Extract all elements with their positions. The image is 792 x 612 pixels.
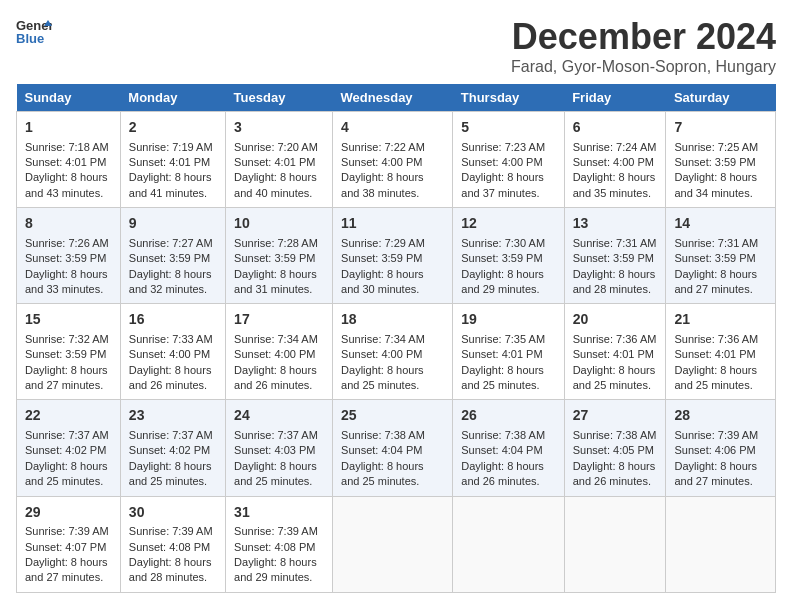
day-number: 4 [341, 118, 444, 138]
table-row: 2 Sunrise: 7:19 AM Sunset: 4:01 PM Dayli… [120, 112, 225, 208]
table-row: 18 Sunrise: 7:34 AM Sunset: 4:00 PM Dayl… [333, 304, 453, 400]
daylight-hours: Daylight: 8 hours and 28 minutes. [129, 556, 212, 583]
sunrise-time: Sunrise: 7:31 AM [674, 237, 758, 249]
table-row: 12 Sunrise: 7:30 AM Sunset: 3:59 PM Dayl… [453, 208, 564, 304]
daylight-hours: Daylight: 8 hours and 35 minutes. [573, 171, 656, 198]
col-monday: Monday [120, 84, 225, 112]
sunrise-time: Sunrise: 7:18 AM [25, 141, 109, 153]
sunset-time: Sunset: 3:59 PM [461, 252, 542, 264]
calendar-body: 1 Sunrise: 7:18 AM Sunset: 4:01 PM Dayli… [17, 112, 776, 593]
day-number: 16 [129, 310, 217, 330]
sunset-time: Sunset: 4:07 PM [25, 541, 106, 553]
daylight-hours: Daylight: 8 hours and 40 minutes. [234, 171, 317, 198]
daylight-hours: Daylight: 8 hours and 29 minutes. [234, 556, 317, 583]
sunset-time: Sunset: 4:00 PM [341, 348, 422, 360]
table-row: 6 Sunrise: 7:24 AM Sunset: 4:00 PM Dayli… [564, 112, 666, 208]
table-row: 13 Sunrise: 7:31 AM Sunset: 3:59 PM Dayl… [564, 208, 666, 304]
table-row: 21 Sunrise: 7:36 AM Sunset: 4:01 PM Dayl… [666, 304, 776, 400]
daylight-hours: Daylight: 8 hours and 25 minutes. [129, 460, 212, 487]
table-row [564, 496, 666, 592]
sunset-time: Sunset: 4:04 PM [461, 444, 542, 456]
table-row: 30 Sunrise: 7:39 AM Sunset: 4:08 PM Dayl… [120, 496, 225, 592]
daylight-hours: Daylight: 8 hours and 27 minutes. [674, 268, 757, 295]
day-number: 20 [573, 310, 658, 330]
title-section: December 2024 Farad, Gyor-Moson-Sopron, … [511, 16, 776, 76]
table-row: 19 Sunrise: 7:35 AM Sunset: 4:01 PM Dayl… [453, 304, 564, 400]
sunrise-time: Sunrise: 7:34 AM [234, 333, 318, 345]
sunset-time: Sunset: 4:08 PM [234, 541, 315, 553]
logo-icon: General Blue [16, 16, 52, 46]
sunset-time: Sunset: 4:01 PM [461, 348, 542, 360]
page-title: December 2024 [511, 16, 776, 58]
daylight-hours: Daylight: 8 hours and 25 minutes. [573, 364, 656, 391]
day-number: 29 [25, 503, 112, 523]
table-row: 17 Sunrise: 7:34 AM Sunset: 4:00 PM Dayl… [226, 304, 333, 400]
sunrise-time: Sunrise: 7:38 AM [573, 429, 657, 441]
daylight-hours: Daylight: 8 hours and 37 minutes. [461, 171, 544, 198]
sunset-time: Sunset: 4:01 PM [573, 348, 654, 360]
sunrise-time: Sunrise: 7:34 AM [341, 333, 425, 345]
sunrise-time: Sunrise: 7:28 AM [234, 237, 318, 249]
sunset-time: Sunset: 4:05 PM [573, 444, 654, 456]
sunrise-time: Sunrise: 7:22 AM [341, 141, 425, 153]
table-row: 8 Sunrise: 7:26 AM Sunset: 3:59 PM Dayli… [17, 208, 121, 304]
day-number: 2 [129, 118, 217, 138]
sunset-time: Sunset: 3:59 PM [674, 156, 755, 168]
day-number: 6 [573, 118, 658, 138]
table-row: 22 Sunrise: 7:37 AM Sunset: 4:02 PM Dayl… [17, 400, 121, 496]
sunset-time: Sunset: 3:59 PM [129, 252, 210, 264]
sunset-time: Sunset: 3:59 PM [25, 348, 106, 360]
daylight-hours: Daylight: 8 hours and 25 minutes. [341, 364, 424, 391]
sunset-time: Sunset: 3:59 PM [25, 252, 106, 264]
sunrise-time: Sunrise: 7:39 AM [674, 429, 758, 441]
sunrise-time: Sunrise: 7:23 AM [461, 141, 545, 153]
table-row: 11 Sunrise: 7:29 AM Sunset: 3:59 PM Dayl… [333, 208, 453, 304]
sunset-time: Sunset: 3:59 PM [341, 252, 422, 264]
table-row: 9 Sunrise: 7:27 AM Sunset: 3:59 PM Dayli… [120, 208, 225, 304]
col-wednesday: Wednesday [333, 84, 453, 112]
daylight-hours: Daylight: 8 hours and 25 minutes. [674, 364, 757, 391]
day-number: 30 [129, 503, 217, 523]
sunrise-time: Sunrise: 7:29 AM [341, 237, 425, 249]
sunrise-time: Sunrise: 7:25 AM [674, 141, 758, 153]
sunset-time: Sunset: 3:59 PM [674, 252, 755, 264]
day-number: 21 [674, 310, 767, 330]
daylight-hours: Daylight: 8 hours and 34 minutes. [674, 171, 757, 198]
col-saturday: Saturday [666, 84, 776, 112]
daylight-hours: Daylight: 8 hours and 31 minutes. [234, 268, 317, 295]
day-number: 17 [234, 310, 324, 330]
day-number: 15 [25, 310, 112, 330]
table-row: 29 Sunrise: 7:39 AM Sunset: 4:07 PM Dayl… [17, 496, 121, 592]
table-row: 26 Sunrise: 7:38 AM Sunset: 4:04 PM Dayl… [453, 400, 564, 496]
sunrise-time: Sunrise: 7:19 AM [129, 141, 213, 153]
calendar-table: Sunday Monday Tuesday Wednesday Thursday… [16, 84, 776, 593]
table-row: 24 Sunrise: 7:37 AM Sunset: 4:03 PM Dayl… [226, 400, 333, 496]
sunrise-time: Sunrise: 7:36 AM [573, 333, 657, 345]
day-number: 5 [461, 118, 555, 138]
sunset-time: Sunset: 3:59 PM [234, 252, 315, 264]
sunset-time: Sunset: 4:01 PM [234, 156, 315, 168]
table-row: 28 Sunrise: 7:39 AM Sunset: 4:06 PM Dayl… [666, 400, 776, 496]
col-thursday: Thursday [453, 84, 564, 112]
table-row: 31 Sunrise: 7:39 AM Sunset: 4:08 PM Dayl… [226, 496, 333, 592]
col-tuesday: Tuesday [226, 84, 333, 112]
sunrise-time: Sunrise: 7:35 AM [461, 333, 545, 345]
table-row: 7 Sunrise: 7:25 AM Sunset: 3:59 PM Dayli… [666, 112, 776, 208]
daylight-hours: Daylight: 8 hours and 27 minutes. [674, 460, 757, 487]
day-number: 31 [234, 503, 324, 523]
sunset-time: Sunset: 4:01 PM [25, 156, 106, 168]
daylight-hours: Daylight: 8 hours and 29 minutes. [461, 268, 544, 295]
sunset-time: Sunset: 4:03 PM [234, 444, 315, 456]
daylight-hours: Daylight: 8 hours and 25 minutes. [234, 460, 317, 487]
table-row [333, 496, 453, 592]
table-row: 10 Sunrise: 7:28 AM Sunset: 3:59 PM Dayl… [226, 208, 333, 304]
table-row: 27 Sunrise: 7:38 AM Sunset: 4:05 PM Dayl… [564, 400, 666, 496]
sunrise-time: Sunrise: 7:38 AM [461, 429, 545, 441]
daylight-hours: Daylight: 8 hours and 41 minutes. [129, 171, 212, 198]
table-row: 3 Sunrise: 7:20 AM Sunset: 4:01 PM Dayli… [226, 112, 333, 208]
day-number: 12 [461, 214, 555, 234]
day-number: 28 [674, 406, 767, 426]
daylight-hours: Daylight: 8 hours and 30 minutes. [341, 268, 424, 295]
svg-text:Blue: Blue [16, 31, 44, 46]
table-row: 15 Sunrise: 7:32 AM Sunset: 3:59 PM Dayl… [17, 304, 121, 400]
